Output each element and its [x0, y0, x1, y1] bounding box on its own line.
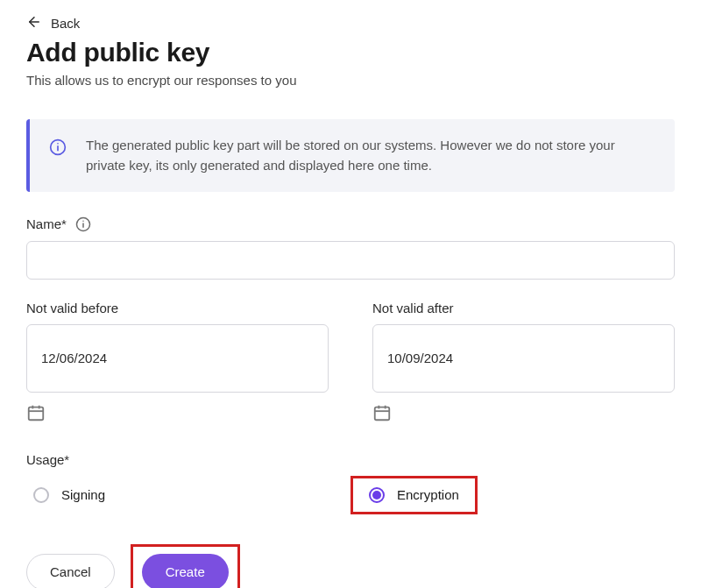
create-button-label: Create [166, 564, 205, 579]
svg-point-3 [57, 143, 59, 145]
create-button[interactable]: Create [142, 554, 229, 589]
svg-rect-11 [375, 407, 390, 420]
cancel-button[interactable]: Cancel [26, 554, 115, 589]
not-valid-after-value: 10/09/2024 [387, 351, 453, 365]
not-valid-after-field: Not valid after 10/09/2024 [372, 301, 675, 426]
help-icon[interactable] [75, 216, 91, 232]
not-valid-before-field: Not valid before 12/06/2024 [26, 301, 329, 426]
name-label: Name* [26, 216, 67, 231]
usage-encryption-label: Encryption [397, 487, 459, 502]
back-link[interactable]: Back [26, 14, 80, 32]
form-actions: Cancel Create [26, 544, 675, 589]
svg-point-6 [82, 220, 84, 222]
cancel-button-label: Cancel [50, 564, 91, 579]
svg-rect-7 [29, 407, 44, 420]
back-label: Back [51, 16, 80, 31]
radio-icon [369, 487, 385, 503]
info-icon [49, 138, 67, 159]
usage-label: Usage* [26, 452, 69, 467]
info-banner: The generated public key part will be st… [26, 119, 675, 192]
name-input[interactable] [26, 241, 675, 280]
not-valid-before-input[interactable]: 12/06/2024 [26, 324, 329, 393]
usage-radio-signing[interactable]: Signing [26, 484, 112, 507]
calendar-icon[interactable] [26, 403, 46, 422]
radio-icon [33, 487, 49, 503]
not-valid-before-label: Not valid before [26, 301, 118, 315]
highlight-encryption: Encryption [350, 476, 478, 514]
usage-field: Usage* Signing Encryption [26, 452, 675, 514]
usage-signing-label: Signing [61, 487, 105, 502]
not-valid-before-value: 12/06/2024 [41, 351, 107, 365]
not-valid-after-label: Not valid after [372, 301, 454, 315]
arrow-left-icon [26, 14, 42, 32]
highlight-create: Create [131, 544, 240, 589]
not-valid-after-input[interactable]: 10/09/2024 [372, 324, 675, 393]
calendar-icon[interactable] [372, 403, 392, 422]
page-subtitle: This allows us to encrypt our responses … [26, 73, 675, 88]
usage-radio-encryption[interactable]: Encryption [362, 484, 466, 507]
page-title: Add public key [26, 38, 675, 67]
name-field: Name* [26, 216, 675, 280]
info-banner-text: The generated public key part will be st… [86, 135, 655, 176]
